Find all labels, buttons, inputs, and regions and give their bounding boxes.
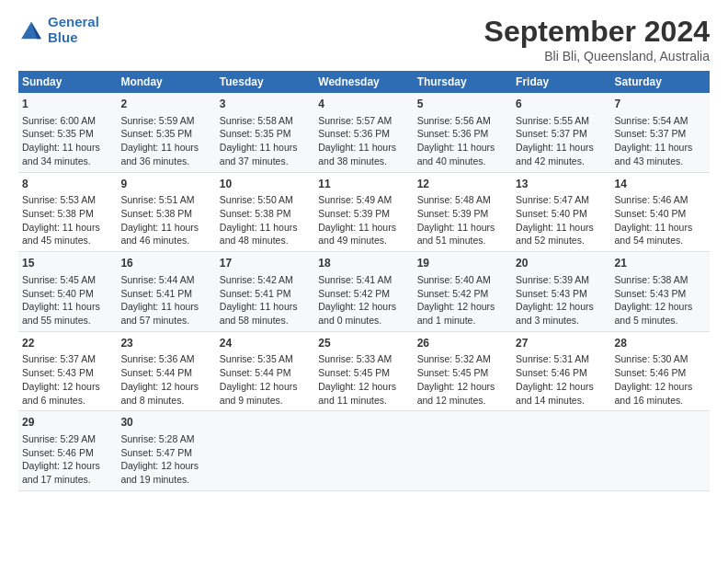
day-number: 20 [516,256,607,271]
day-info: and 46 minutes. [120,234,211,247]
day-number: 6 [516,97,607,112]
day-info: Sunrise: 5:41 AM [318,273,409,287]
day-header-tuesday: Tuesday [216,71,314,93]
day-number: 16 [120,256,211,271]
day-info: and 9 minutes. [220,394,311,408]
day-info: Sunrise: 6:00 AM [22,114,113,128]
logo-icon [18,17,44,43]
calendar-cell: 28Sunrise: 5:30 AMSunset: 5:46 PMDayligh… [611,331,710,411]
day-info: Daylight: 12 hours [318,300,409,314]
day-number: 11 [318,177,409,192]
day-number: 19 [417,256,508,271]
day-number: 25 [318,336,409,351]
day-info: Sunrise: 5:54 AM [615,114,706,128]
day-info: Sunset: 5:46 PM [22,446,113,460]
calendar-cell [414,411,512,491]
calendar-cell [512,411,610,491]
day-number: 23 [120,336,211,351]
day-info: Sunrise: 5:50 AM [220,193,311,207]
day-info: Daylight: 12 hours [417,300,508,314]
calendar-cell [216,411,314,491]
day-info: Sunrise: 5:48 AM [417,193,508,207]
day-info: and 8 minutes. [120,394,211,408]
day-info: Daylight: 12 hours [516,380,607,394]
day-header-wednesday: Wednesday [314,71,413,93]
day-info: Daylight: 12 hours [417,380,508,394]
day-header-saturday: Saturday [611,71,710,93]
calendar-cell: 3Sunrise: 5:58 AMSunset: 5:35 PMDaylight… [216,93,314,172]
calendar-cell: 21Sunrise: 5:38 AMSunset: 5:43 PMDayligh… [611,252,710,332]
day-info: Daylight: 12 hours [615,300,706,314]
day-info: Sunset: 5:36 PM [417,127,508,141]
page: General Blue September 2024 Bli Bli, Que… [0,0,728,500]
day-number: 1 [22,97,113,112]
day-info: Daylight: 11 hours [120,300,211,314]
day-info: Daylight: 12 hours [516,300,607,314]
day-info: Sunrise: 5:58 AM [220,114,311,128]
day-number: 28 [615,336,706,351]
day-info: Sunrise: 5:40 AM [417,273,508,287]
day-info: Sunset: 5:35 PM [22,127,113,141]
day-info: Sunrise: 5:30 AM [615,352,706,366]
day-info: and 36 minutes. [120,155,211,168]
calendar-cell: 6Sunrise: 5:55 AMSunset: 5:37 PMDaylight… [512,93,610,172]
day-info: Sunset: 5:44 PM [120,366,211,380]
day-info: Sunset: 5:38 PM [22,207,113,221]
day-number: 21 [615,256,706,271]
day-info: Daylight: 11 hours [516,221,607,235]
day-info: Daylight: 11 hours [22,141,113,155]
day-number: 15 [22,256,113,271]
day-number: 4 [318,97,409,112]
day-info: Sunrise: 5:56 AM [417,114,508,128]
day-info: and 57 minutes. [120,314,211,327]
day-info: and 6 minutes. [22,394,113,408]
calendar-cell: 14Sunrise: 5:46 AMSunset: 5:40 PMDayligh… [611,172,710,252]
day-info: Sunset: 5:38 PM [120,207,211,221]
day-info: Daylight: 11 hours [615,141,706,155]
day-number: 7 [615,97,706,112]
day-info: Sunset: 5:41 PM [120,287,211,301]
day-info: and 40 minutes. [417,155,508,168]
day-info: Daylight: 12 hours [615,380,706,394]
day-number: 24 [220,336,311,351]
day-number: 10 [220,177,311,192]
day-info: and 14 minutes. [516,394,607,408]
day-info: Daylight: 11 hours [220,141,311,155]
day-info: Daylight: 11 hours [22,300,113,314]
calendar-header: SundayMondayTuesdayWednesdayThursdayFrid… [18,71,710,93]
day-info: Sunrise: 5:51 AM [120,193,211,207]
location-subtitle: Bli Bli, Queensland, Australia [484,49,710,63]
calendar-cell [314,411,413,491]
day-info: Sunset: 5:45 PM [318,366,409,380]
week-row-1: 1Sunrise: 6:00 AMSunset: 5:35 PMDaylight… [18,93,710,172]
day-info: Sunrise: 5:32 AM [417,352,508,366]
day-info: and 19 minutes. [120,473,211,487]
day-info: and 52 minutes. [516,234,607,247]
day-info: Daylight: 11 hours [318,141,409,155]
day-info: Daylight: 11 hours [417,221,508,235]
day-header-sunday: Sunday [18,71,117,93]
day-info: and 0 minutes. [318,314,409,327]
calendar-cell: 30Sunrise: 5:28 AMSunset: 5:47 PMDayligh… [117,411,215,491]
day-info: and 55 minutes. [22,314,113,327]
day-info: Sunset: 5:35 PM [120,127,211,141]
day-number: 17 [220,256,311,271]
calendar-body: 1Sunrise: 6:00 AMSunset: 5:35 PMDaylight… [18,93,710,490]
calendar-cell: 13Sunrise: 5:47 AMSunset: 5:40 PMDayligh… [512,172,610,252]
calendar-cell: 27Sunrise: 5:31 AMSunset: 5:46 PMDayligh… [512,331,610,411]
week-row-2: 8Sunrise: 5:53 AMSunset: 5:38 PMDaylight… [18,172,710,252]
day-info: Sunrise: 5:37 AM [22,352,113,366]
header: General Blue September 2024 Bli Bli, Que… [18,15,710,63]
day-info: and 3 minutes. [516,314,607,327]
day-info: and 17 minutes. [22,473,113,487]
day-info: Sunset: 5:39 PM [318,207,409,221]
day-info: Sunset: 5:39 PM [417,207,508,221]
calendar-cell: 8Sunrise: 5:53 AMSunset: 5:38 PMDaylight… [18,172,117,252]
day-info: Sunrise: 5:28 AM [120,432,211,446]
day-info: Sunrise: 5:33 AM [318,352,409,366]
day-info: and 12 minutes. [417,394,508,408]
calendar-cell: 26Sunrise: 5:32 AMSunset: 5:45 PMDayligh… [414,331,512,411]
day-info: and 48 minutes. [220,234,311,247]
day-info: Daylight: 11 hours [417,141,508,155]
day-info: and 5 minutes. [615,314,706,327]
